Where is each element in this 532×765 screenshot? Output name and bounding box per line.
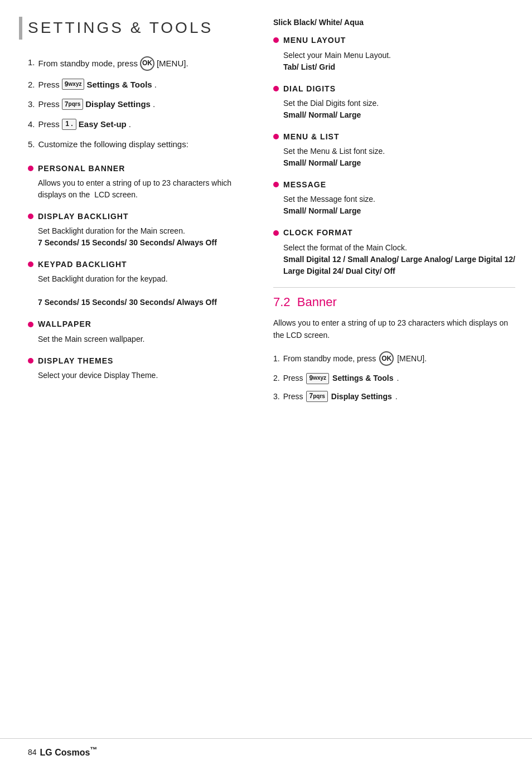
bullet-dot-2 <box>28 214 33 219</box>
bullet-header-dial-digits: DIAL DIGITS <box>273 83 515 94</box>
bullet-header-wallpaper: WALLPAPER <box>28 318 245 330</box>
bullet-title-message: MESSAGE <box>283 179 326 190</box>
subsection-title: 7.2 Banner <box>273 293 515 311</box>
sub-step-content-3: Press <box>283 391 303 402</box>
footer-page-number: 84 <box>28 747 37 758</box>
sub-step-content-1: From standby mode, press <box>283 353 376 364</box>
bullet-keypad-backlight: KEYPAD BACKLIGHT Set Backlight duration … <box>28 259 245 308</box>
intro-text: Slick Black/ White/ Aqua <box>273 17 515 28</box>
step-number-1: 1. <box>28 56 35 69</box>
bullet-dot-5 <box>28 358 33 364</box>
bullet-header-menu-list: MENU & LIST <box>273 131 515 142</box>
bullet-header-personal-banner: PERSONAL BANNER <box>28 163 245 174</box>
bullet-body-wallpaper: Set the Main screen wallpaper. <box>28 333 245 345</box>
bullet-dot <box>28 166 33 171</box>
step-number-2: 2. <box>28 79 35 91</box>
bullet-title-personal-banner: PERSONAL BANNER <box>38 163 125 174</box>
bullet-title-clock-format: CLOCK FORMAT <box>283 227 353 238</box>
bullet-dial-digits: DIAL DIGITS Set the Dial Digits font siz… <box>273 83 515 121</box>
bullet-display-themes: DISPLAY THEMES Select your device Displa… <box>28 355 245 381</box>
subsection-number: 7.2 <box>273 295 291 309</box>
sub-key-badge-7: 7pqrs <box>306 391 327 402</box>
step-1-text-before: From standby mode, press <box>38 57 138 70</box>
sub-step-number-2: 2. <box>273 372 280 384</box>
step-content-4: Press 1 . Easy Set-up. <box>38 118 131 130</box>
step-number-4: 4. <box>28 118 35 130</box>
step-2-text-before: Press <box>38 79 60 91</box>
footer-brand-name: LG Cosmos <box>40 748 90 758</box>
sub-step-3-period: . <box>395 391 398 402</box>
sub-step-2-after: Settings & Tools <box>332 372 393 384</box>
sub-step-2-period: . <box>397 372 399 384</box>
page-title: SETTINGS & TOOLS <box>19 17 245 40</box>
message-options: Small/ Normal/ Large <box>283 206 361 215</box>
step-content-3: Press 7pqrs Display Settings. <box>38 98 156 110</box>
bullet-personal-banner: PERSONAL BANNER Allows you to enter a st… <box>28 163 245 201</box>
bullet-dot-3 <box>28 262 33 267</box>
sub-step-1-after: [MENU]. <box>397 353 427 364</box>
dial-digits-options: Small/ Normal/ Large <box>283 110 361 119</box>
ok-badge-1: OK <box>140 56 154 71</box>
step-3-text-before: Press <box>38 98 60 110</box>
step-3: 3. Press 7pqrs Display Settings. <box>28 98 245 110</box>
step-4: 4. Press 1 . Easy Set-up. <box>28 118 245 130</box>
bullet-body-display-themes: Select your device Display Theme. <box>28 370 245 381</box>
bullet-display-backlight: DISPLAY BACKLIGHT Set Backlight duration… <box>28 211 245 249</box>
step-3-text-after: Display Settings <box>85 98 151 110</box>
bullet-body-personal-banner: Allows you to enter a string of up to 23… <box>28 177 245 201</box>
bullet-dot-ml <box>273 37 279 43</box>
subsection-name: Banner <box>297 295 337 309</box>
bullet-title-display-themes: DISPLAY THEMES <box>38 355 113 366</box>
step-5-text: Customize the following display settings… <box>38 138 188 151</box>
bullet-title-display-backlight: DISPLAY BACKLIGHT <box>38 211 128 222</box>
keypad-backlight-options: 7 Seconds/ 15 Seconds/ 30 Seconds/ Alway… <box>38 298 217 307</box>
bullet-title-keypad-backlight: KEYPAD BACKLIGHT <box>38 259 127 270</box>
bullet-wallpaper: WALLPAPER Set the Main screen wallpaper. <box>28 318 245 345</box>
bullet-menu-layout: MENU LAYOUT Select your Main Menu Layout… <box>273 35 515 72</box>
sub-key-badge-9: 9wxyz <box>306 373 329 384</box>
sub-step-2: 2. Press 9wxyz Settings & Tools. <box>273 372 515 384</box>
content-wrapper: SETTINGS & TOOLS 1. From standby mode, p… <box>0 0 532 738</box>
bullet-dot-mnl <box>273 134 279 139</box>
bullet-body-menu-layout: Select your Main Menu Layout. Tab/ List/… <box>273 50 515 73</box>
bullet-message: MESSAGE Set the Message font size. Small… <box>273 179 515 217</box>
step-2-period: . <box>154 79 157 91</box>
bullet-title-wallpaper: WALLPAPER <box>38 318 91 330</box>
footer-brand: LG Cosmos™ <box>40 744 98 759</box>
sub-step-3-after: Display Settings <box>331 391 392 402</box>
bullet-body-dial-digits: Set the Dial Digits font size. Small/ No… <box>273 98 515 121</box>
bullet-header-keypad-backlight: KEYPAD BACKLIGHT <box>28 259 245 270</box>
page-container: SETTINGS & TOOLS 1. From standby mode, p… <box>0 0 532 765</box>
bullet-body-clock-format: Select the format of the Main Clock. Sma… <box>273 242 515 277</box>
bullet-title-dial-digits: DIAL DIGITS <box>283 83 336 94</box>
sub-step-number-3: 3. <box>273 391 280 402</box>
key-badge-1: 1 . <box>62 119 76 130</box>
bullet-header-display-themes: DISPLAY THEMES <box>28 355 245 366</box>
step-4-text-before: Press <box>38 118 60 130</box>
bullet-menu-list: MENU & LIST Set the Menu & List font siz… <box>273 131 515 169</box>
footer: 84 LG Cosmos™ <box>0 738 532 765</box>
sub-steps-list: 1. From standby mode, press OK [MENU]. 2… <box>273 351 515 402</box>
bullet-body-menu-list: Set the Menu & List font size. Small/ No… <box>273 146 515 169</box>
step-4-text-after: Easy Set-up <box>79 118 127 130</box>
bullet-title-menu-list: MENU & LIST <box>283 131 339 142</box>
step-1-text-after: [MENU]. <box>157 57 188 70</box>
sub-step-1: 1. From standby mode, press OK [MENU]. <box>273 351 515 366</box>
bullet-dot-dd <box>273 86 279 91</box>
left-column: SETTINGS & TOOLS 1. From standby mode, p… <box>28 17 262 727</box>
bullet-body-message: Set the Message font size. Small/ Normal… <box>273 193 515 217</box>
bullet-dot-4 <box>28 322 33 327</box>
bullet-body-display-backlight: Set Backlight duration for the Main scre… <box>28 225 245 249</box>
bullet-dot-cf <box>273 230 279 236</box>
step-3-period: . <box>153 98 155 110</box>
bullet-dot-msg <box>273 182 279 187</box>
step-number-3: 3. <box>28 98 35 110</box>
bullet-header-clock-format: CLOCK FORMAT <box>273 227 515 238</box>
step-4-period: . <box>129 118 131 130</box>
display-backlight-options: 7 Seconds/ 15 Seconds/ 30 Seconds/ Alway… <box>38 238 217 247</box>
key-badge-7: 7pqrs <box>62 99 83 110</box>
menu-list-options: Small/ Normal/ Large <box>283 158 361 167</box>
step-5: 5. Customize the following display setti… <box>28 138 245 151</box>
sub-step-number-1: 1. <box>273 353 280 364</box>
step-1: 1. From standby mode, press OK [MENU]. <box>28 56 245 71</box>
